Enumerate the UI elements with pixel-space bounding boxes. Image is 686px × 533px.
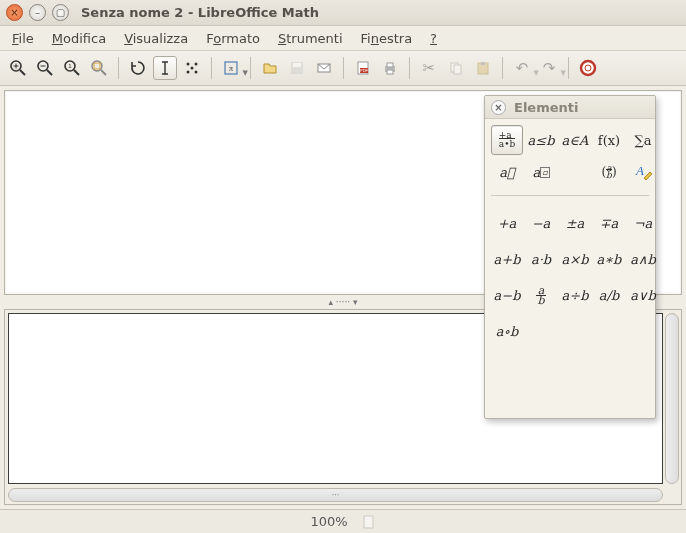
- mail-button[interactable]: [312, 56, 336, 80]
- cat-functions[interactable]: f(x): [593, 125, 625, 155]
- svg-point-13: [187, 63, 190, 66]
- cat-unary-binary[interactable]: +aa•b: [491, 125, 523, 155]
- cat-attributes[interactable]: a⃗: [491, 157, 523, 187]
- op-a-minus-b[interactable]: a−b: [491, 280, 523, 310]
- menubar: File Modifica Visualizza Formato Strumen…: [0, 26, 686, 51]
- statusbar: 100%: [0, 509, 686, 533]
- close-window-button[interactable]: ×: [6, 4, 23, 21]
- window-title: Senza nome 2 - LibreOffice Math: [81, 5, 319, 20]
- menu-file[interactable]: File: [4, 28, 42, 49]
- svg-rect-32: [481, 62, 485, 65]
- cut-button[interactable]: ✂: [417, 56, 441, 80]
- menu-window[interactable]: Finestra: [353, 28, 421, 49]
- op-a-cdot-b[interactable]: a·b: [525, 244, 557, 274]
- elements-toggle-button[interactable]: [180, 56, 204, 80]
- op-a-slash-b[interactable]: a/b: [593, 280, 625, 310]
- cat-brackets[interactable]: a▫: [525, 157, 557, 187]
- menu-edit[interactable]: Modifica: [44, 28, 114, 49]
- svg-text:π: π: [229, 64, 233, 73]
- cat-operators[interactable]: ∑a: [627, 125, 659, 155]
- symbols-button[interactable]: π ▼: [219, 56, 243, 80]
- svg-line-8: [74, 70, 79, 75]
- open-button[interactable]: [258, 56, 282, 80]
- separator: [118, 57, 119, 79]
- horizontal-scrollbar[interactable]: ···: [8, 488, 663, 502]
- op-a-div-b[interactable]: a÷b: [559, 280, 591, 310]
- copy-button[interactable]: [444, 56, 468, 80]
- elements-panel: × Elementi +aa•b a≤b a∈A f(x) ∑a a⃗ a▫ (…: [484, 95, 656, 419]
- op-minus-a[interactable]: −a: [525, 208, 557, 238]
- cat-formats[interactable]: (ab): [593, 157, 625, 187]
- svg-point-15: [187, 71, 190, 74]
- cat-set-ops[interactable]: a∈A: [559, 125, 591, 155]
- refresh-button[interactable]: [126, 56, 150, 80]
- cat-others[interactable]: A: [627, 157, 659, 187]
- separator: [211, 57, 212, 79]
- op-a-or-b[interactable]: a∨b: [627, 280, 659, 310]
- svg-rect-30: [454, 65, 461, 74]
- op-a-over-b[interactable]: ab: [525, 280, 557, 310]
- op-a-and-b[interactable]: a∧b: [627, 244, 659, 274]
- formula-cursor-button[interactable]: [153, 56, 177, 80]
- elements-categories: +aa•b a≤b a∈A f(x) ∑a a⃗ a▫ (ab) A: [485, 119, 655, 191]
- save-button[interactable]: [285, 56, 309, 80]
- op-plus-a[interactable]: +a: [491, 208, 523, 238]
- op-a-times-b[interactable]: a×b: [559, 244, 591, 274]
- menu-help[interactable]: ?: [422, 28, 445, 49]
- zoom-out-button[interactable]: [33, 56, 57, 80]
- zoom-in-button[interactable]: [6, 56, 30, 80]
- paste-button[interactable]: [471, 56, 495, 80]
- svg-text:A: A: [635, 163, 644, 178]
- separator: [568, 57, 569, 79]
- elements-divider: [491, 195, 649, 196]
- separator: [250, 57, 251, 79]
- op-plusminus-a[interactable]: ±a: [559, 208, 591, 238]
- zoom-100-button[interactable]: 1: [60, 56, 84, 80]
- cat-empty: [559, 157, 591, 187]
- menu-view[interactable]: Visualizza: [116, 28, 196, 49]
- help-button[interactable]: [576, 56, 600, 80]
- undo-button[interactable]: ↶▼: [510, 56, 534, 80]
- elements-title-text: Elementi: [514, 100, 578, 115]
- op-a-circ-b[interactable]: a∘b: [491, 316, 523, 346]
- zoom-fit-button[interactable]: [87, 56, 111, 80]
- svg-rect-21: [293, 63, 301, 67]
- svg-rect-35: [364, 516, 373, 528]
- titlebar: × – ▢ Senza nome 2 - LibreOffice Math: [0, 0, 686, 26]
- maximize-window-button[interactable]: ▢: [52, 4, 69, 21]
- elements-operators: +a −a ±a ∓a ¬a a+b a·b a×b a∗b a∧b a−b a…: [485, 198, 655, 350]
- svg-point-17: [191, 67, 194, 70]
- svg-point-14: [195, 63, 198, 66]
- print-button[interactable]: [378, 56, 402, 80]
- menu-format[interactable]: Formato: [198, 28, 268, 49]
- page-status-icon[interactable]: [362, 515, 376, 529]
- svg-point-34: [585, 65, 591, 71]
- svg-line-1: [20, 70, 25, 75]
- op-a-ast-b[interactable]: a∗b: [593, 244, 625, 274]
- svg-rect-28: [387, 70, 393, 74]
- export-pdf-button[interactable]: PDF: [351, 56, 375, 80]
- svg-point-16: [195, 71, 198, 74]
- separator: [343, 57, 344, 79]
- cat-relations[interactable]: a≤b: [525, 125, 557, 155]
- redo-button[interactable]: ↷▼: [537, 56, 561, 80]
- op-a-plus-b[interactable]: a+b: [491, 244, 523, 274]
- elements-close-button[interactable]: ×: [491, 100, 506, 115]
- separator: [502, 57, 503, 79]
- svg-text:1: 1: [68, 63, 72, 69]
- svg-rect-12: [94, 63, 100, 69]
- menu-tools[interactable]: Strumenti: [270, 28, 351, 49]
- svg-line-5: [47, 70, 52, 75]
- svg-line-11: [101, 70, 106, 75]
- toolbar: 1 π ▼ PDF ✂ ↶▼ ↷▼: [0, 51, 686, 86]
- elements-titlebar[interactable]: × Elementi: [485, 96, 655, 119]
- svg-rect-27: [387, 63, 393, 67]
- minimize-window-button[interactable]: –: [29, 4, 46, 21]
- separator: [409, 57, 410, 79]
- op-minusplus-a[interactable]: ∓a: [593, 208, 625, 238]
- vertical-scrollbar[interactable]: [665, 313, 679, 484]
- op-neg-a[interactable]: ¬a: [627, 208, 659, 238]
- zoom-level[interactable]: 100%: [310, 514, 347, 529]
- svg-text:PDF: PDF: [360, 68, 369, 73]
